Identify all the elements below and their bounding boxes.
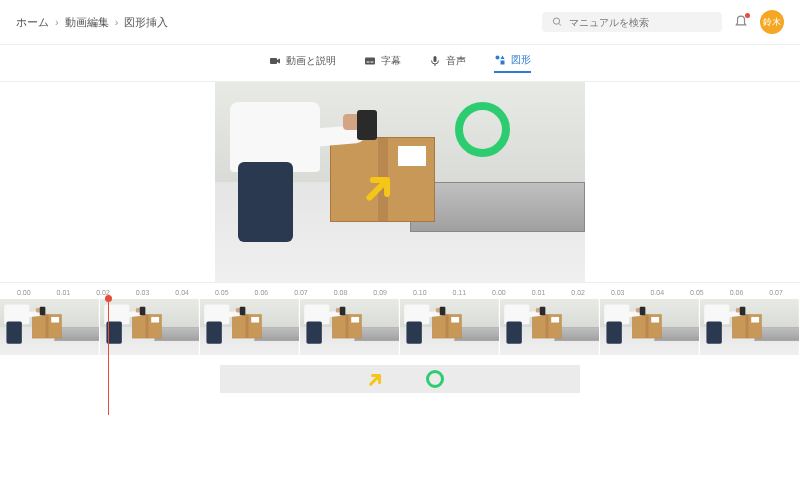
- thumbnail[interactable]: [500, 299, 600, 355]
- notifications-icon[interactable]: [734, 15, 748, 29]
- circle-shape-icon: [426, 370, 444, 388]
- search-input[interactable]: [542, 12, 722, 32]
- avatar[interactable]: 鈴木: [760, 10, 784, 34]
- time-mark: 0.02: [83, 289, 123, 296]
- tab-audio[interactable]: 音声: [429, 53, 466, 73]
- timeline-thumbnails[interactable]: [0, 299, 800, 355]
- breadcrumb-edit[interactable]: 動画編集: [65, 15, 109, 30]
- breadcrumb-shapes: 図形挿入: [124, 15, 168, 30]
- thumbnail[interactable]: [600, 299, 700, 355]
- search-icon: [552, 16, 563, 28]
- shape-clip[interactable]: [220, 365, 580, 393]
- tab-subtitle-label: 字幕: [381, 54, 401, 68]
- tab-subtitle[interactable]: 字幕: [364, 53, 401, 73]
- time-mark: 0.00: [479, 289, 519, 296]
- shapes-icon: [494, 54, 506, 66]
- time-mark: 0.00: [4, 289, 44, 296]
- tab-shapes[interactable]: 図形: [494, 53, 531, 73]
- timeline-ruler: 0.00 0.01 0.02 0.03 0.04 0.05 0.06 0.07 …: [0, 282, 800, 299]
- thumbnail[interactable]: [700, 299, 800, 355]
- svg-rect-4: [367, 62, 370, 63]
- svg-line-1: [559, 23, 561, 25]
- subtitle-icon: [364, 55, 376, 67]
- thumbnail[interactable]: [100, 299, 200, 355]
- tab-video-label: 動画と説明: [286, 54, 336, 68]
- annotation-circle[interactable]: [455, 102, 510, 157]
- thumbnail[interactable]: [200, 299, 300, 355]
- time-mark: 0.07: [756, 289, 796, 296]
- time-mark: 0.08: [321, 289, 361, 296]
- time-mark: 0.05: [202, 289, 242, 296]
- thumbnail[interactable]: [0, 299, 100, 355]
- time-mark: 0.03: [123, 289, 163, 296]
- header: ホーム › 動画編集 › 図形挿入 鈴木: [0, 0, 800, 45]
- chevron-right-icon: ›: [55, 16, 59, 28]
- preview-area: [0, 82, 800, 282]
- time-mark: 0.02: [558, 289, 598, 296]
- tab-audio-label: 音声: [446, 54, 466, 68]
- time-mark: 0.04: [162, 289, 202, 296]
- arrow-shape-icon: [362, 365, 390, 393]
- chevron-right-icon: ›: [115, 16, 119, 28]
- svg-rect-3: [365, 58, 375, 65]
- time-mark: 0.05: [677, 289, 717, 296]
- time-mark: 0.01: [44, 289, 84, 296]
- tab-video[interactable]: 動画と説明: [269, 53, 336, 73]
- svg-rect-8: [501, 61, 505, 65]
- time-mark: 0.03: [598, 289, 638, 296]
- shape-track: [0, 355, 800, 401]
- svg-rect-2: [270, 58, 277, 64]
- time-mark: 0.11: [440, 289, 480, 296]
- mic-icon: [429, 55, 441, 67]
- time-mark: 0.04: [638, 289, 678, 296]
- time-mark: 0.09: [360, 289, 400, 296]
- thumbnail[interactable]: [400, 299, 500, 355]
- time-mark: 0.06: [242, 289, 282, 296]
- thumbnail[interactable]: [300, 299, 400, 355]
- search-field[interactable]: [569, 17, 712, 28]
- tabs: 動画と説明 字幕 音声 図形: [0, 45, 800, 82]
- time-mark: 0.07: [281, 289, 321, 296]
- breadcrumb: ホーム › 動画編集 › 図形挿入: [16, 15, 168, 30]
- playhead[interactable]: [108, 299, 109, 415]
- video-icon: [269, 55, 281, 67]
- tab-shapes-label: 図形: [511, 53, 531, 67]
- svg-point-7: [496, 56, 500, 60]
- time-mark: 0.10: [400, 289, 440, 296]
- time-mark: 0.06: [717, 289, 757, 296]
- svg-point-0: [553, 18, 559, 24]
- svg-rect-5: [371, 62, 374, 63]
- video-preview[interactable]: [215, 82, 585, 282]
- svg-rect-6: [434, 56, 437, 62]
- breadcrumb-home[interactable]: ホーム: [16, 15, 49, 30]
- time-mark: 0.01: [519, 289, 559, 296]
